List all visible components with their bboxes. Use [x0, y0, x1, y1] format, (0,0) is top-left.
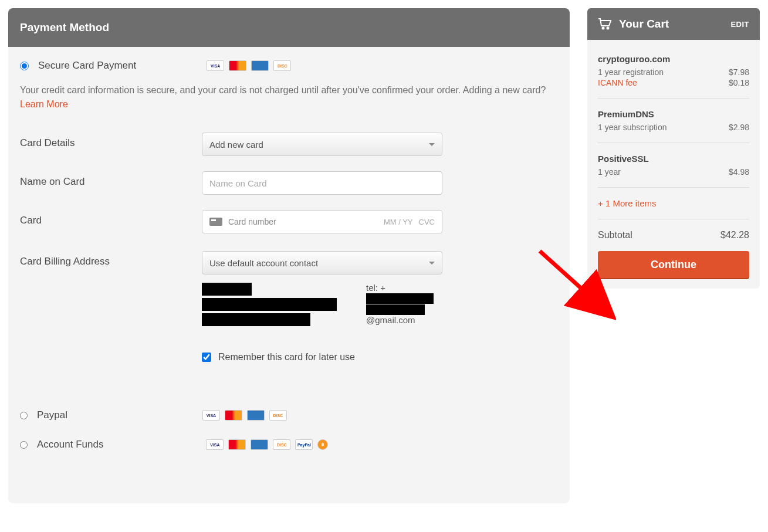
chevron-down-icon: [429, 143, 435, 146]
paypal-icon: PayPal: [295, 439, 313, 450]
svg-point-1: [607, 28, 609, 29]
mastercard-icon: [228, 439, 246, 450]
amex-icon: [251, 439, 268, 450]
continue-button[interactable]: Continue: [598, 251, 749, 278]
chevron-down-icon: [429, 262, 435, 265]
visa-icon: VISA: [202, 410, 220, 421]
amex-icon: [247, 410, 265, 421]
edit-cart-link[interactable]: EDIT: [730, 20, 749, 29]
card-details-select[interactable]: Add new card: [202, 133, 442, 156]
cart-item-line: 1 year subscription$2.98: [598, 123, 749, 132]
cart-icon: [598, 18, 612, 30]
bitcoin-icon: ฿: [317, 439, 328, 450]
amex-icon: [251, 60, 269, 71]
email-display: @gmail.com: [366, 304, 442, 325]
secure-card-option[interactable]: Secure Card Payment VISA DISC: [20, 60, 558, 72]
remember-card-label: Remember this card for later use: [218, 352, 355, 362]
cart-item-line: ICANN fee$0.18: [598, 78, 749, 87]
address-redacted: [202, 283, 337, 328]
paypal-label: Paypal: [37, 409, 67, 421]
visa-icon: VISA: [206, 439, 224, 450]
remember-card-checkbox[interactable]: [202, 353, 211, 362]
account-funds-label: Account Funds: [37, 439, 103, 450]
account-funds-option[interactable]: Account Funds VISA DISC PayPal ฿: [20, 439, 558, 450]
card-icon: [209, 218, 222, 226]
paypal-option[interactable]: Paypal VISA DISC: [20, 409, 558, 421]
secure-card-label: Secure Card Payment: [38, 60, 136, 72]
cart-item: PremiumDNS1 year subscription$2.98: [598, 99, 749, 143]
cart-item-line: 1 year$4.98: [598, 167, 749, 177]
mastercard-icon: [229, 60, 246, 71]
name-on-card-label: Name on Card: [20, 171, 202, 188]
phone-display: tel: +: [366, 283, 442, 304]
discover-icon: DISC: [273, 439, 290, 450]
cart-panel: Your Cart EDIT cryptoguroo.com1 year reg…: [587, 8, 760, 289]
card-label: Card: [20, 210, 202, 226]
card-details-label: Card Details: [20, 133, 202, 149]
subtotal-row: Subtotal $42.28: [598, 219, 749, 251]
cart-item: PositiveSSL1 year$4.98: [598, 143, 749, 188]
account-funds-radio[interactable]: [20, 441, 28, 449]
card-number-input[interactable]: Card number MM / YY CVC: [202, 210, 442, 233]
cart-item: cryptoguroo.com1 year registration$7.98I…: [598, 43, 749, 99]
discover-icon: DISC: [269, 410, 287, 421]
cart-item-name: PositiveSSL: [598, 154, 749, 164]
billing-address-label: Card Billing Address: [20, 251, 202, 267]
more-items-link[interactable]: + 1 More items: [598, 188, 749, 219]
cart-item-name: cryptoguroo.com: [598, 54, 749, 64]
payment-panel: Payment Method Secure Card Payment VISA …: [8, 8, 570, 503]
cart-item-line: 1 year registration$7.98: [598, 67, 749, 77]
secure-card-radio[interactable]: [20, 62, 29, 70]
billing-address-select[interactable]: Use default account contact: [202, 251, 442, 275]
panel-title: Payment Method: [8, 8, 570, 47]
mastercard-icon: [225, 410, 242, 421]
paypal-radio[interactable]: [20, 412, 28, 419]
svg-point-0: [603, 28, 604, 29]
card-brand-icons: VISA DISC: [207, 60, 291, 71]
discover-icon: DISC: [273, 60, 291, 71]
cart-item-name: PremiumDNS: [598, 109, 749, 119]
learn-more-link[interactable]: Learn More: [20, 99, 68, 109]
cart-title: Your Cart: [619, 18, 730, 31]
visa-icon: VISA: [207, 60, 224, 71]
secure-card-description: Your credit card information is secure, …: [20, 83, 558, 111]
name-on-card-input[interactable]: [202, 171, 442, 195]
